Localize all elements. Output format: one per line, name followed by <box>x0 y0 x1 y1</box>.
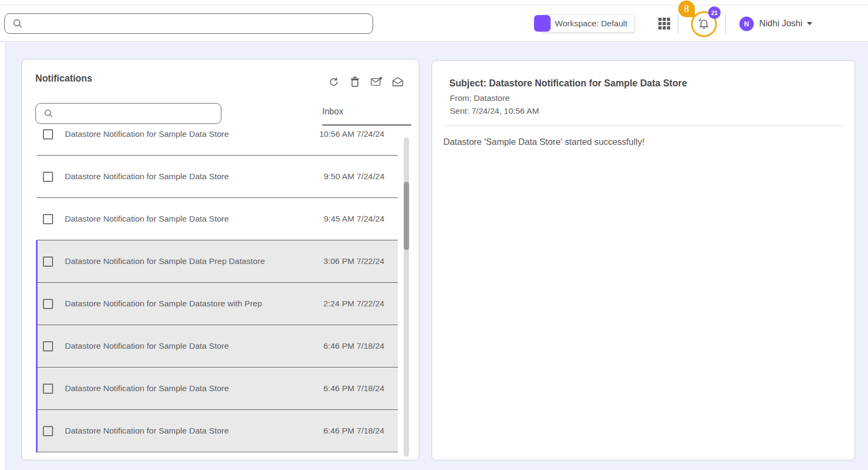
notification-time: 2:24 PM 7/22/24 <box>323 299 384 309</box>
delete-button[interactable] <box>349 76 361 87</box>
detail-divider <box>444 126 843 126</box>
folder-filter-value: Inbox <box>322 107 343 116</box>
page: Workspace: Default 8 <box>0 0 868 470</box>
notifications-panel: Notifications <box>21 59 419 460</box>
notification-subject: Datastore Notification for Sample Datast… <box>65 299 323 309</box>
notification-row[interactable]: Datastore Notification for Sample Data P… <box>36 240 398 283</box>
app-launcher-button[interactable] <box>658 17 671 30</box>
detail-sent: Sent: 7/24/24, 10:56 AM <box>450 106 539 116</box>
notification-time: 6:46 PM 7/18/24 <box>323 341 384 351</box>
list-scrollbar-track[interactable] <box>404 137 409 457</box>
refresh-icon <box>328 76 339 87</box>
panel-title: Notifications <box>35 73 92 84</box>
global-search-input[interactable] <box>28 14 373 33</box>
notification-subject: Datastore Notification for Sample Data S… <box>65 172 324 181</box>
search-icon <box>44 109 53 118</box>
header-divider <box>678 14 678 34</box>
user-name[interactable]: Nidhi Joshi <box>759 18 803 28</box>
global-search[interactable] <box>4 13 373 34</box>
notification-time: 9:50 AM 7/24/24 <box>324 172 384 181</box>
notifications-search[interactable] <box>35 103 221 124</box>
list-scrollbar-thumb[interactable] <box>404 182 409 250</box>
notifications-bell-button[interactable]: 8 21 <box>691 11 717 37</box>
notification-subject: Datastore Notification for Sample Data S… <box>65 384 323 393</box>
chevron-down-icon[interactable] <box>807 22 812 25</box>
detail-subject: Subject: Datastore Notification for Samp… <box>449 78 687 89</box>
notification-time: 6:46 PM 7/18/24 <box>323 384 384 393</box>
workspace-label[interactable]: Workspace: Default <box>541 14 635 33</box>
bell-icon <box>697 17 711 31</box>
detail-body: Datastore 'Sample Data Store' started su… <box>443 137 839 147</box>
mark-unread-button[interactable] <box>370 76 382 87</box>
header-top-divider <box>0 5 868 5</box>
notification-checkbox[interactable] <box>43 214 53 224</box>
top-header: Workspace: Default 8 <box>0 0 868 42</box>
user-avatar[interactable]: N <box>739 17 754 31</box>
trash-icon <box>350 76 360 87</box>
notification-checkbox[interactable] <box>43 426 53 436</box>
left-gutter <box>0 42 5 470</box>
notification-row[interactable]: Datastore Notification for Sample Data S… <box>36 325 398 368</box>
mail-unread-icon <box>370 76 382 87</box>
panel-toolbar <box>328 76 404 87</box>
search-icon <box>13 19 23 28</box>
notification-row[interactable]: Datastore Notification for Sample Data S… <box>36 129 398 156</box>
notification-subject: Datastore Notification for Sample Data S… <box>65 129 319 139</box>
notification-checkbox[interactable] <box>43 341 53 351</box>
folder-filter-select[interactable]: Inbox <box>322 107 411 116</box>
notification-list: Datastore Notification for Sample Data S… <box>36 129 398 457</box>
notification-row[interactable]: Datastore Notification for Sample Datast… <box>36 283 398 325</box>
refresh-button[interactable] <box>328 76 339 87</box>
grid-apps-icon <box>658 17 671 30</box>
detail-from: From: Datastore <box>450 93 510 103</box>
notification-row[interactable]: Datastore Notification for Sample Data S… <box>36 368 398 410</box>
mark-read-button[interactable] <box>392 76 404 87</box>
notification-checkbox[interactable] <box>43 384 53 394</box>
notification-row[interactable]: Datastore Notification for Sample Data S… <box>36 198 398 240</box>
workspace-icon <box>534 15 551 32</box>
notification-time: 6:46 PM 7/18/24 <box>323 426 384 436</box>
unread-count-badge: 21 <box>708 6 721 19</box>
notification-subject: Datastore Notification for Sample Data S… <box>65 426 323 436</box>
notification-row[interactable]: Datastore Notification for Sample Data S… <box>36 410 398 452</box>
notification-subject: Datastore Notification for Sample Data P… <box>65 256 323 266</box>
notification-detail-pane: Subject: Datastore Notification for Samp… <box>432 60 855 460</box>
notifications-search-input[interactable] <box>58 104 221 123</box>
mail-open-icon <box>392 76 404 87</box>
toast-count-badge: 8 <box>678 1 695 17</box>
notification-checkbox[interactable] <box>43 256 53 267</box>
notification-checkbox[interactable] <box>43 172 53 182</box>
notification-subject: Datastore Notification for Sample Data S… <box>65 214 324 224</box>
folder-filter-underline <box>322 124 411 126</box>
notification-row[interactable]: Datastore Notification for Sample Data S… <box>36 156 398 198</box>
notification-checkbox[interactable] <box>43 129 53 139</box>
notification-checkbox[interactable] <box>43 299 53 309</box>
notification-time: 3:06 PM 7/22/24 <box>323 256 384 266</box>
header-divider <box>725 14 726 34</box>
notification-time: 9:45 AM 7/24/24 <box>324 214 384 224</box>
notification-subject: Datastore Notification for Sample Data S… <box>65 341 323 351</box>
notification-time: 10:56 AM 7/24/24 <box>319 129 384 139</box>
